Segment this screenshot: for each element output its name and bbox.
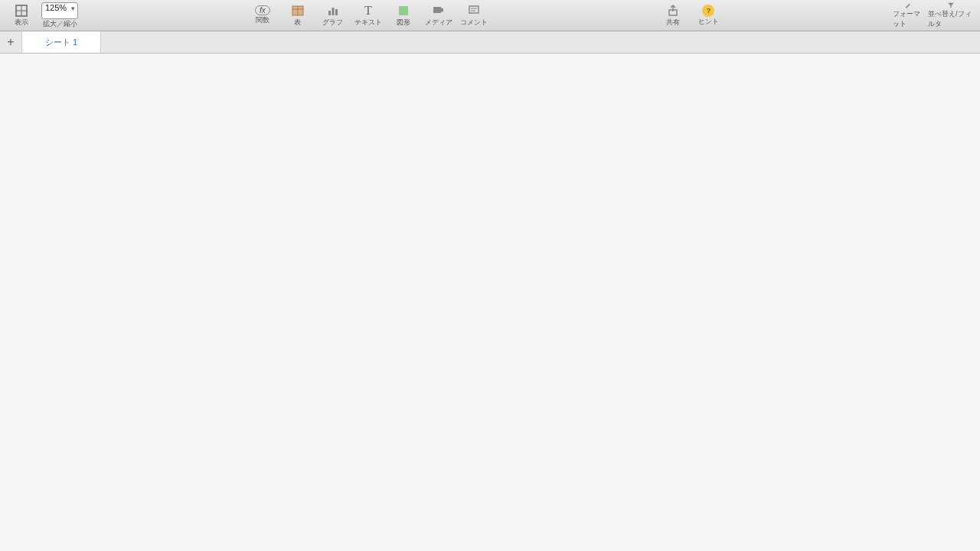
toolbar: 表示 125% 拡大／縮小 fx関数 表 グラフ Tテキスト 図形 メディア コ… bbox=[0, 0, 980, 31]
share-button[interactable]: 共有 bbox=[658, 2, 688, 29]
svg-rect-8 bbox=[335, 9, 338, 15]
help-icon: ? bbox=[702, 5, 714, 17]
view-menu[interactable]: 表示 bbox=[6, 2, 37, 29]
function-button[interactable]: fx関数 bbox=[247, 2, 278, 29]
funnel-icon bbox=[944, 2, 958, 9]
tab-strip: + シート 1 bbox=[0, 31, 980, 54]
add-sheet-button[interactable]: + bbox=[0, 31, 22, 53]
svg-rect-11 bbox=[469, 6, 479, 13]
sort-filter-button[interactable]: 並べ替え/フィルタ bbox=[928, 2, 974, 29]
media-icon bbox=[432, 4, 446, 18]
format-button[interactable]: フォーマット bbox=[893, 2, 923, 29]
svg-rect-6 bbox=[328, 11, 331, 15]
table-button[interactable]: 表 bbox=[283, 2, 313, 29]
chart-button[interactable]: グラフ bbox=[318, 2, 348, 29]
shape-icon bbox=[397, 4, 410, 18]
media-button[interactable]: メディア bbox=[423, 2, 454, 29]
grid-icon bbox=[15, 4, 28, 18]
text-icon: T bbox=[364, 4, 372, 18]
tab-sheet1[interactable]: シート 1 bbox=[22, 31, 101, 53]
brush-icon bbox=[901, 2, 915, 9]
chart-icon bbox=[326, 4, 340, 18]
comment-icon bbox=[467, 4, 481, 18]
text-button[interactable]: Tテキスト bbox=[353, 2, 384, 29]
svg-rect-7 bbox=[332, 8, 334, 15]
comment-button[interactable]: コメント bbox=[459, 2, 489, 29]
hint-button[interactable]: ?ヒント bbox=[693, 2, 724, 29]
shape-button[interactable]: 図形 bbox=[388, 2, 419, 29]
svg-rect-10 bbox=[433, 7, 441, 13]
svg-rect-9 bbox=[399, 6, 408, 15]
zoom-control[interactable]: 125% 拡大／縮小 bbox=[41, 2, 78, 29]
share-icon bbox=[666, 4, 680, 18]
table-icon bbox=[291, 4, 305, 18]
zoom-select[interactable]: 125% bbox=[41, 2, 78, 19]
fx-icon: fx bbox=[255, 5, 270, 15]
